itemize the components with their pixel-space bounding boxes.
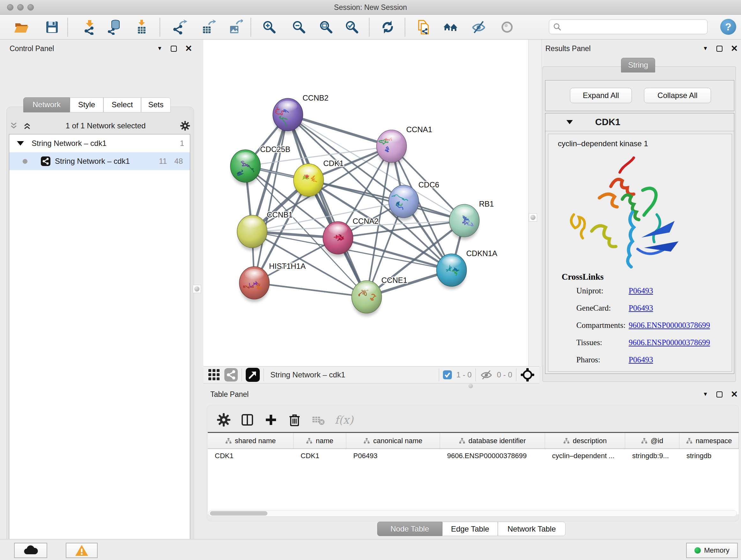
export-table-icon[interactable] (199, 18, 217, 36)
network-edge[interactable] (309, 180, 464, 221)
network-node-CDK1[interactable] (293, 164, 324, 199)
panel-float-icon[interactable] (717, 391, 723, 397)
delete-column-icon[interactable] (287, 413, 301, 427)
column-header-name[interactable]: name (293, 433, 346, 449)
panel-close-icon[interactable]: ✕ (731, 45, 738, 52)
column-header-description[interactable]: description (545, 433, 625, 449)
tab-sets[interactable]: Sets (141, 98, 171, 112)
tab-style[interactable]: Style (70, 98, 104, 112)
zoom-fit-icon[interactable] (317, 18, 335, 36)
network-node-CCNB2[interactable] (273, 98, 303, 134)
network-node-CCNA1[interactable] (377, 130, 407, 165)
panel-collapse-icon[interactable]: ▼ (703, 391, 708, 397)
table-hscrollbar[interactable] (208, 510, 737, 516)
right-splitter[interactable] (528, 40, 542, 366)
memory-button[interactable]: Memory (686, 543, 738, 558)
network-canvas[interactable]: CCNB2CCNA1CDC25BCDK1CDC6RB1CCNB1CCNA2CDK… (203, 40, 528, 366)
table-cell[interactable]: P06493 (346, 452, 440, 460)
network-node-CCNE1[interactable] (352, 281, 382, 316)
column-header-shared-name[interactable]: shared name (208, 433, 293, 449)
refresh-icon[interactable] (379, 18, 397, 36)
column-header-namespace[interactable]: namespace (679, 433, 739, 449)
network-node-CCNB1[interactable] (237, 215, 267, 251)
crosslink-link[interactable]: 9606.ENSP00000378699 (629, 338, 710, 347)
table-cell[interactable]: cyclin–dependent ... (545, 452, 625, 460)
crosslink-link[interactable]: 9606.ENSP00000378699 (629, 321, 710, 330)
column-header-canonical-name[interactable]: canonical name (346, 433, 440, 449)
network-collection-row[interactable]: String Network – cdk1 1 (9, 134, 190, 152)
network-node-CDC6[interactable] (389, 185, 419, 221)
network-node-CDC25B[interactable] (230, 150, 260, 185)
network-node-HIST1H1A[interactable] (239, 266, 269, 302)
selected-checkbox-icon[interactable] (443, 370, 452, 379)
warnings-button[interactable] (66, 543, 98, 558)
column-header-database-identifier[interactable]: database identifier (440, 433, 545, 449)
zoom-out-icon[interactable] (290, 18, 308, 36)
panel-float-icon[interactable] (717, 46, 723, 52)
crosslink-link[interactable]: P06493 (629, 287, 653, 295)
string-view-icon[interactable] (224, 368, 238, 381)
gear-icon[interactable] (180, 121, 190, 131)
expand-all-button[interactable]: Expand All (570, 88, 632, 103)
table-cell[interactable]: CDK1 (208, 452, 293, 460)
cloud-button[interactable] (14, 543, 47, 558)
open-session-icon[interactable] (12, 18, 30, 36)
collapse-all-icon[interactable] (10, 122, 18, 130)
import-table-icon[interactable] (133, 18, 151, 36)
network-node-CCNA2[interactable] (323, 222, 353, 257)
save-session-icon[interactable] (43, 18, 61, 36)
table-cell[interactable]: stringdb:9... (625, 452, 679, 460)
panel-float-icon[interactable] (171, 46, 177, 52)
gene-header[interactable]: CDK1 (545, 113, 734, 131)
panel-collapse-icon[interactable]: ▼ (703, 45, 708, 52)
export-image-icon[interactable] (226, 18, 244, 36)
column-header--id[interactable]: @id (625, 433, 679, 449)
network-node-CDKN1A[interactable] (436, 254, 467, 289)
tab-node-table[interactable]: Node Table (377, 522, 442, 536)
add-column-icon[interactable] (264, 413, 278, 427)
expand-all-icon[interactable] (23, 122, 31, 130)
grid-view-icon[interactable] (208, 368, 220, 381)
network-edge[interactable] (254, 115, 288, 283)
eye-icon[interactable] (498, 18, 516, 36)
home-icon[interactable] (442, 18, 460, 36)
zoom-in-icon[interactable] (260, 18, 278, 36)
crosslink-link[interactable]: P06493 (629, 355, 653, 364)
string-network-graph[interactable]: CCNB2CCNA1CDC25BCDK1CDC6RB1CCNB1CCNA2CDK… (203, 40, 528, 366)
network-list: String Network – cdk1 1 String Network –… (9, 134, 190, 560)
copy-document-icon[interactable] (415, 18, 433, 36)
show-hide-icon[interactable] (470, 18, 488, 36)
table-cell[interactable]: 9606.ENSP00000378699 (440, 452, 545, 460)
network-row[interactable]: String Network – cdk1 11 48 (9, 152, 190, 170)
help-icon[interactable]: ? (720, 19, 736, 35)
tab-edge-table[interactable]: Edge Table (442, 522, 498, 536)
collapse-all-button[interactable]: Collapse All (644, 88, 711, 103)
table-row[interactable]: CDK1CDK1P064939606.ENSP00000378699cyclin… (208, 449, 739, 463)
gene-collapse-icon[interactable] (566, 120, 573, 124)
crosslink-link[interactable]: P06493 (629, 304, 653, 313)
birdseye-crosshair-icon[interactable] (520, 368, 535, 382)
table-settings-gear-icon[interactable] (217, 413, 231, 427)
open-in-new-icon[interactable] (246, 368, 260, 382)
tab-select[interactable]: Select (104, 98, 141, 112)
import-network-icon[interactable] (81, 18, 98, 36)
panel-close-icon[interactable]: ✕ (731, 391, 738, 397)
network-edge[interactable] (254, 283, 367, 297)
export-network-icon[interactable] (171, 18, 189, 36)
search-input[interactable] (564, 23, 707, 31)
tab-string[interactable]: String (621, 58, 655, 72)
import-network-database-icon[interactable] (106, 18, 124, 36)
tab-network-table[interactable]: Network Table (498, 522, 565, 536)
table-cell[interactable]: stringdb (679, 452, 739, 460)
right-splitter-handle[interactable] (529, 213, 537, 222)
tree-expand-icon[interactable] (17, 141, 24, 145)
scrollbar-thumb[interactable] (210, 511, 267, 516)
table-cell[interactable]: CDK1 (293, 452, 346, 460)
panel-close-icon[interactable]: ✕ (185, 45, 192, 52)
zoom-selected-icon[interactable] (343, 18, 361, 36)
show-columns-icon[interactable] (240, 413, 254, 427)
tab-network[interactable]: Network (23, 98, 70, 112)
network-node-RB1[interactable] (449, 204, 479, 240)
left-splitter-handle[interactable] (193, 285, 201, 293)
panel-collapse-icon[interactable]: ▼ (157, 45, 162, 52)
